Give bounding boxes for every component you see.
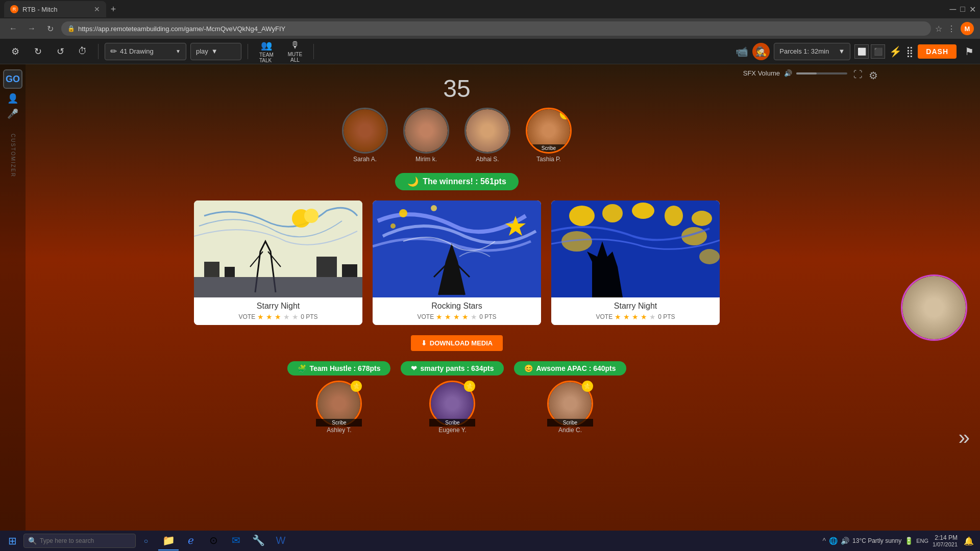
forward-btn[interactable]: → bbox=[24, 21, 39, 36]
star-2-3[interactable]: ★ bbox=[453, 313, 460, 321]
star-1-1[interactable]: ★ bbox=[257, 313, 264, 321]
battery-icon[interactable]: 🔋 bbox=[904, 537, 913, 545]
artwork-vote-2[interactable]: VOTE ★ ★ ★ ★ ★ 0 PTS bbox=[379, 313, 535, 321]
star-2-4[interactable]: ★ bbox=[462, 313, 469, 321]
browser-profile-btn[interactable]: M bbox=[961, 22, 974, 35]
taskbar-word[interactable]: W bbox=[271, 531, 291, 550]
cortana-btn[interactable]: ○ bbox=[139, 534, 153, 548]
star-3-4[interactable]: ★ bbox=[641, 313, 647, 321]
taskbar-outlook[interactable]: ✉ bbox=[226, 531, 246, 550]
bookmark-star-btn[interactable]: ☆ bbox=[935, 24, 942, 34]
artwork-card-3[interactable]: Starry Night VOTE ★ ★ ★ ★ ★ 0 PTS bbox=[551, 201, 720, 325]
taskbar-edge[interactable]: ℯ bbox=[181, 531, 201, 550]
network-icon[interactable]: 🌐 bbox=[829, 537, 838, 545]
grid-btn[interactable]: ⣿ bbox=[906, 45, 914, 58]
search-icon: 🔍 bbox=[28, 537, 37, 545]
microphone-left-icon[interactable]: 🎤 bbox=[7, 108, 18, 119]
winners-text: The winners! : 561pts bbox=[423, 177, 506, 186]
svg-point-15 bbox=[632, 203, 654, 219]
lock-icon: 🔒 bbox=[67, 25, 75, 32]
maximize-btn[interactable]: □ bbox=[960, 5, 965, 14]
go-btn[interactable]: GO bbox=[3, 69, 22, 89]
microphone-icon: 🎙 bbox=[290, 40, 300, 51]
minimize-btn[interactable]: ─ bbox=[950, 4, 957, 15]
taskbar-search[interactable]: 🔍 bbox=[23, 534, 136, 548]
notification-btn[interactable]: 🔔 bbox=[962, 534, 976, 548]
layout-btn-2[interactable]: ⬛ bbox=[871, 44, 885, 59]
page-settings-btn[interactable]: ⚙ bbox=[869, 69, 878, 82]
vote-label-2: VOTE bbox=[417, 313, 434, 320]
star-3-2[interactable]: ★ bbox=[623, 313, 630, 321]
svg-point-14 bbox=[602, 204, 623, 222]
tab-bar: R RTB - Mitch ✕ + ─ □ ✕ bbox=[0, 0, 980, 18]
artwork-info-1: Starry Night VOTE ★ ★ ★ ★ ★ 0 PTS bbox=[194, 297, 362, 325]
reload-btn[interactable]: ↻ bbox=[43, 21, 57, 36]
tab-close-btn[interactable]: ✕ bbox=[94, 5, 100, 13]
system-tray: ^ 🌐 🔊 13°C Partly sunny 🔋 ENG bbox=[822, 537, 928, 545]
timer-icon-btn[interactable]: ⏱ bbox=[74, 42, 92, 61]
team-hustle-banner: 🧩 Team Hustle : 678pts bbox=[287, 361, 390, 375]
star-2-1[interactable]: ★ bbox=[436, 313, 443, 321]
layout-btn-1[interactable]: ⬜ bbox=[854, 44, 869, 59]
star-1-5[interactable]: ★ bbox=[292, 313, 299, 321]
play-arrow-icon: ▼ bbox=[211, 47, 218, 55]
browser-tab[interactable]: R RTB - Mitch ✕ bbox=[4, 1, 106, 17]
taskbar-chrome[interactable]: ⊙ bbox=[203, 531, 224, 550]
back-btn[interactable]: ← bbox=[6, 21, 20, 36]
sfx-slider[interactable] bbox=[796, 72, 847, 74]
avatar-icon[interactable]: 👤 bbox=[7, 93, 18, 104]
svg-point-9 bbox=[399, 209, 407, 217]
star-3-1[interactable]: ★ bbox=[615, 313, 621, 321]
star-2-5[interactable]: ★ bbox=[471, 313, 477, 321]
drawing-dropdown[interactable]: ✏ 41 Drawing ▼ bbox=[105, 43, 186, 60]
star-3-3[interactable]: ★ bbox=[632, 313, 639, 321]
artwork-vote-1[interactable]: VOTE ★ ★ ★ ★ ★ 0 PTS bbox=[200, 313, 356, 321]
artwork-title-2: Rocking Stars bbox=[379, 302, 535, 311]
start-btn[interactable]: ⊞ bbox=[4, 533, 20, 549]
player-name-tashia: Tashia P. bbox=[536, 156, 561, 163]
mute-all-btn[interactable]: 🎙 MUTEALL bbox=[283, 40, 307, 63]
browser-menu-btn[interactable]: ⋮ bbox=[947, 24, 955, 34]
refresh-btn[interactable]: ↻ bbox=[29, 42, 47, 61]
settings-gear-btn[interactable]: ⚙ bbox=[6, 42, 24, 61]
artwork-gallery: Starry Night VOTE ★ ★ ★ ★ ★ 0 PTS bbox=[194, 201, 720, 325]
team-smarty-banner: ❤ smarty pants : 634pts bbox=[401, 361, 504, 375]
artwork-card-1[interactable]: Starry Night VOTE ★ ★ ★ ★ ★ 0 PTS bbox=[194, 201, 362, 325]
undo-btn[interactable]: ↺ bbox=[51, 42, 69, 61]
video-btn[interactable]: 📹 bbox=[736, 45, 748, 58]
expand-btn[interactable]: ⛶ bbox=[853, 69, 863, 80]
language-label: ENG bbox=[916, 538, 928, 544]
team-apac-banner: 😊 Awsome APAC : 640pts bbox=[514, 361, 626, 375]
volume-tray-icon[interactable]: 🔊 bbox=[841, 537, 849, 545]
volume-icon[interactable]: 🔊 bbox=[784, 69, 792, 77]
artwork-card-2[interactable]: Rocking Stars VOTE ★ ★ ★ ★ ★ 0 PTS bbox=[373, 201, 541, 325]
team-talk-btn[interactable]: 👥 TEAMTALK bbox=[254, 40, 279, 63]
address-bar[interactable]: 🔒 https://app.remoteteambuilding.com/gam… bbox=[61, 21, 931, 36]
clock[interactable]: 2:14 PM 1/07/2021 bbox=[933, 534, 958, 547]
lightning-btn[interactable]: ⚡ bbox=[889, 45, 902, 58]
artwork-vote-3[interactable]: VOTE ★ ★ ★ ★ ★ 0 PTS bbox=[557, 313, 714, 321]
play-dropdown[interactable]: play ▼ bbox=[190, 43, 241, 60]
search-input[interactable] bbox=[40, 537, 121, 544]
star-2-2[interactable]: ★ bbox=[445, 313, 451, 321]
spy-btn[interactable]: 🕵 bbox=[752, 43, 770, 60]
tray-expand-btn[interactable]: ^ bbox=[822, 537, 826, 545]
taskbar-app-5[interactable]: 🔧 bbox=[248, 531, 268, 550]
player-tashia: ⭐ Scribe Tashia P. bbox=[526, 108, 572, 163]
star-3-5[interactable]: ★ bbox=[649, 313, 656, 321]
parcels-dropdown[interactable]: Parcels 1: 32min ▼ bbox=[774, 43, 850, 60]
taskbar-file-explorer[interactable]: 📁 bbox=[158, 531, 179, 550]
star-1-4[interactable]: ★ bbox=[283, 313, 290, 321]
dash-btn[interactable]: DASH bbox=[918, 44, 957, 59]
parcels-label: Parcels 1: 32min bbox=[779, 47, 829, 55]
left-sidebar: GO 👤 🎤 CUSTOMIZER bbox=[0, 64, 26, 551]
star-1-3[interactable]: ★ bbox=[275, 313, 281, 321]
close-btn[interactable]: ✕ bbox=[969, 5, 976, 14]
team-smarty-card: ❤ smarty pants : 634pts ⭐ Scribe Eugene … bbox=[401, 361, 504, 434]
new-tab-btn[interactable]: + bbox=[106, 2, 120, 16]
player-name-sarah: Sarah A. bbox=[353, 156, 377, 163]
next-btn[interactable]: » bbox=[959, 426, 970, 449]
download-media-btn[interactable]: ⬇ DOWNLOAD MEDIA bbox=[411, 335, 503, 351]
star-1-2[interactable]: ★ bbox=[266, 313, 273, 321]
flag-btn[interactable]: ⚑ bbox=[965, 45, 974, 58]
